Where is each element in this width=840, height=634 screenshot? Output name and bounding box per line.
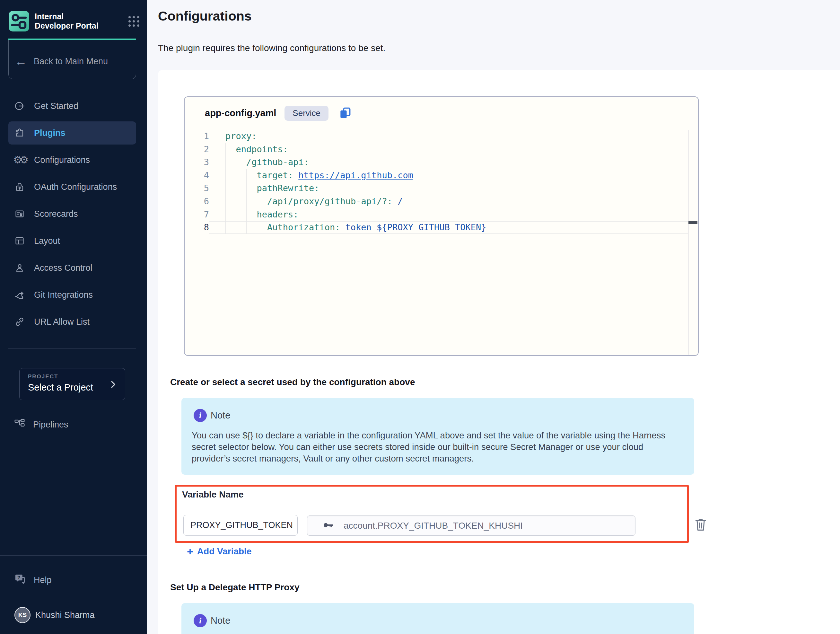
code-line: 1 proxy: [185,130,698,143]
github-api-link[interactable]: https://api.github.com [298,170,413,180]
get-started-icon [14,100,25,112]
secret-selector-input[interactable]: account.PROXY_GITHUB_TOKEN_KHUSHI [307,515,635,536]
editor-cursor-marker [688,221,698,224]
editor-overview-ruler [688,130,689,354]
editor-filename: app-config.yaml [205,108,276,119]
idp-logo-icon [9,11,29,32]
sidebar-bottom-divider [0,555,147,556]
svg-text:?: ? [17,575,20,580]
user-menu[interactable]: KS Khushi Sharma [14,605,95,625]
branch-icon [14,289,25,300]
user-name: Khushi Sharma [35,610,95,620]
project-selector[interactable]: PROJECT Select a Project [19,368,125,400]
main-content: Configurations The plugin requires the f… [147,0,840,634]
sidebar-item-scorecards[interactable]: Scorecards [0,201,147,228]
variable-highlight-box: Variable Name PROXY_GITHUB_TOKEN account… [175,485,689,543]
back-section: ← Back to Main Menu [8,40,136,79]
info-icon: i [194,409,207,422]
help-button[interactable]: ? Help [14,568,52,592]
sidebar-item-configurations[interactable]: ⚙⚙ Configurations [0,147,147,174]
code-line: 2 endpoints: [185,143,698,156]
service-badge: Service [284,106,328,121]
back-arrow-icon: ← [15,55,27,68]
puzzle-icon [14,127,25,139]
code-line-active: 8 Authorization:token ${PROXY_GITHUB_TOK… [185,221,698,234]
sidebar-item-get-started[interactable]: Get Started [0,93,147,120]
brand: Internal Developer Portal [9,11,139,32]
pipelines-icon [14,418,25,431]
sidebar-item-layout[interactable]: Layout [0,228,147,255]
sidebar-item-oauth-configurations[interactable]: OAuth Configurations [0,174,147,201]
lock-icon [14,181,25,193]
sidebar-item-plugins[interactable]: Plugins [0,120,147,147]
help-chat-icon: ? [14,573,27,587]
secret-heading: Create or select a secret used by the co… [170,377,415,387]
note-header: i Note [182,603,694,627]
trash-icon[interactable] [693,517,708,533]
sidebar: Internal Developer Portal ← Back to Main… [0,0,147,634]
editor-header: app-config.yaml Service [185,97,698,129]
avatar: KS [14,607,30,623]
note-box-secret: i Note You can use ${} to declare a vari… [182,398,694,475]
variable-name-input[interactable]: PROXY_GITHUB_TOKEN [183,515,298,536]
sidebar-divider [8,348,136,349]
key-icon [322,519,335,533]
code-line: 5 pathRewrite: [185,182,698,195]
link-icon [14,316,25,327]
code-line: 7 headers: [185,208,698,221]
delegate-heading: Set Up a Delegate HTTP Proxy [170,582,300,593]
info-icon: i [194,614,207,627]
page-subtitle: The plugin requires the following config… [158,43,385,53]
app-root: Internal Developer Portal ← Back to Main… [0,0,840,634]
plus-icon: + [187,546,193,557]
note-header: i Note [182,398,694,422]
note-body: You can use ${} to declare a variable in… [182,422,689,477]
code-line: 4 target:https://api.github.com [185,169,698,182]
sidebar-item-url-allow-list[interactable]: URL Allow List [0,308,147,335]
copy-icon[interactable] [338,106,352,120]
add-variable-button[interactable]: + Add Variable [187,546,251,557]
chevron-right-icon [108,379,118,392]
code-line: 3 /github-api: [185,156,698,169]
code-lines: 1 proxy: 2 endpoints: 3 /github-api: 4 t… [185,130,698,234]
gears-icon: ⚙⚙ [14,154,25,166]
brand-title: Internal Developer Portal [35,12,102,30]
sidebar-menu: Get Started Plugins ⚙⚙ Configurations OA… [0,93,147,335]
configurations-card: app-config.yaml Service 1 proxy: [158,70,840,634]
sidebar-item-access-control[interactable]: Access Control [0,255,147,281]
scorecard-icon [14,208,25,220]
sidebar-item-git-integrations[interactable]: Git Integrations [0,281,147,308]
note-box-delegate: i Note [182,603,694,634]
layout-icon [14,235,25,247]
apps-grid-icon[interactable] [128,16,139,27]
code-line: 6 /api/proxy/github-api/?:/ [185,195,698,208]
person-icon [14,262,25,274]
page-title: Configurations [158,9,252,24]
back-to-main-menu-button[interactable]: ← Back to Main Menu [15,55,108,68]
sidebar-item-pipelines[interactable]: Pipelines [14,412,68,438]
variable-name-label: Variable Name [182,490,243,500]
secret-value: account.PROXY_GITHUB_TOKEN_KHUSHI [344,521,523,531]
yaml-editor[interactable]: app-config.yaml Service 1 proxy: [184,96,699,356]
